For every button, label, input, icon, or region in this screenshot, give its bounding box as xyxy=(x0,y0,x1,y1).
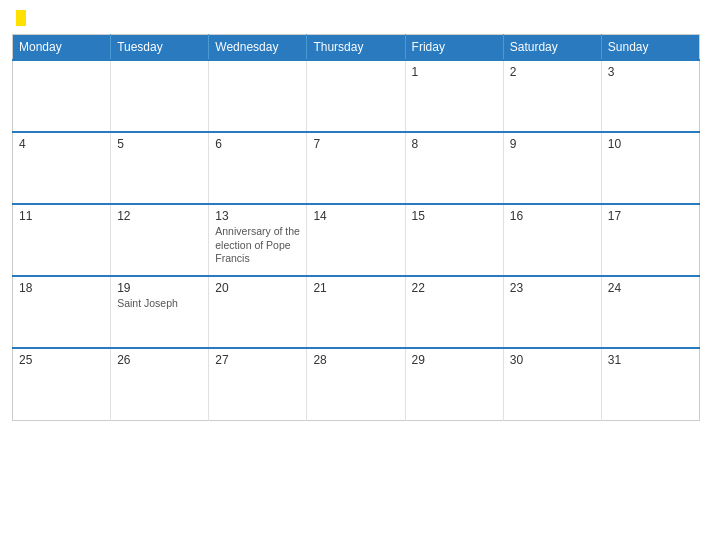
calendar-cell: 2 xyxy=(503,60,601,132)
calendar-cell: 13Anniversary of the election of Pope Fr… xyxy=(209,204,307,276)
calendar-body: 12345678910111213Anniversary of the elec… xyxy=(13,60,700,420)
day-number: 27 xyxy=(215,353,300,367)
day-number: 26 xyxy=(117,353,202,367)
day-number: 17 xyxy=(608,209,693,223)
calendar-page: MondayTuesdayWednesdayThursdayFridaySatu… xyxy=(0,0,712,550)
calendar-cell: 1 xyxy=(405,60,503,132)
weekday-header-sunday: Sunday xyxy=(601,35,699,61)
day-number: 16 xyxy=(510,209,595,223)
weekday-header-row: MondayTuesdayWednesdayThursdayFridaySatu… xyxy=(13,35,700,61)
calendar-cell: 19Saint Joseph xyxy=(111,276,209,348)
calendar-week-row: 111213Anniversary of the election of Pop… xyxy=(13,204,700,276)
page-header xyxy=(12,10,700,26)
day-number: 28 xyxy=(313,353,398,367)
calendar-cell: 5 xyxy=(111,132,209,204)
day-number: 8 xyxy=(412,137,497,151)
calendar-cell: 20 xyxy=(209,276,307,348)
day-number: 21 xyxy=(313,281,398,295)
calendar-cell: 11 xyxy=(13,204,111,276)
day-number: 18 xyxy=(19,281,104,295)
day-number: 9 xyxy=(510,137,595,151)
calendar-cell: 8 xyxy=(405,132,503,204)
day-number: 19 xyxy=(117,281,202,295)
event-text: Saint Joseph xyxy=(117,297,202,311)
calendar-cell: 25 xyxy=(13,348,111,420)
calendar-cell: 21 xyxy=(307,276,405,348)
calendar-cell xyxy=(209,60,307,132)
day-number: 4 xyxy=(19,137,104,151)
weekday-header-wednesday: Wednesday xyxy=(209,35,307,61)
calendar-cell: 24 xyxy=(601,276,699,348)
calendar-cell: 10 xyxy=(601,132,699,204)
day-number: 6 xyxy=(215,137,300,151)
day-number: 2 xyxy=(510,65,595,79)
calendar-cell: 18 xyxy=(13,276,111,348)
svg-rect-2 xyxy=(26,10,36,26)
calendar-cell: 12 xyxy=(111,204,209,276)
calendar-cell: 15 xyxy=(405,204,503,276)
calendar-cell: 29 xyxy=(405,348,503,420)
calendar-cell: 17 xyxy=(601,204,699,276)
calendar-cell: 4 xyxy=(13,132,111,204)
calendar-cell: 3 xyxy=(601,60,699,132)
day-number: 23 xyxy=(510,281,595,295)
day-number: 20 xyxy=(215,281,300,295)
day-number: 10 xyxy=(608,137,693,151)
day-number: 31 xyxy=(608,353,693,367)
day-number: 25 xyxy=(19,353,104,367)
day-number: 22 xyxy=(412,281,497,295)
logo xyxy=(12,10,36,26)
calendar-cell xyxy=(13,60,111,132)
calendar-cell: 23 xyxy=(503,276,601,348)
event-text: Anniversary of the election of Pope Fran… xyxy=(215,225,300,266)
day-number: 5 xyxy=(117,137,202,151)
weekday-header-friday: Friday xyxy=(405,35,503,61)
calendar-cell: 14 xyxy=(307,204,405,276)
weekday-header-tuesday: Tuesday xyxy=(111,35,209,61)
weekday-header-thursday: Thursday xyxy=(307,35,405,61)
calendar-cell xyxy=(111,60,209,132)
day-number: 14 xyxy=(313,209,398,223)
calendar-week-row: 45678910 xyxy=(13,132,700,204)
calendar-header: MondayTuesdayWednesdayThursdayFridaySatu… xyxy=(13,35,700,61)
day-number: 30 xyxy=(510,353,595,367)
weekday-header-saturday: Saturday xyxy=(503,35,601,61)
logo-flag-icon xyxy=(16,10,36,26)
weekday-header-monday: Monday xyxy=(13,35,111,61)
day-number: 11 xyxy=(19,209,104,223)
calendar-week-row: 123 xyxy=(13,60,700,132)
svg-rect-0 xyxy=(16,10,26,26)
calendar-week-row: 25262728293031 xyxy=(13,348,700,420)
day-number: 1 xyxy=(412,65,497,79)
calendar-cell xyxy=(307,60,405,132)
calendar-cell: 27 xyxy=(209,348,307,420)
calendar-cell: 31 xyxy=(601,348,699,420)
calendar-cell: 28 xyxy=(307,348,405,420)
day-number: 12 xyxy=(117,209,202,223)
day-number: 29 xyxy=(412,353,497,367)
calendar-cell: 9 xyxy=(503,132,601,204)
calendar-cell: 7 xyxy=(307,132,405,204)
calendar-cell: 6 xyxy=(209,132,307,204)
day-number: 24 xyxy=(608,281,693,295)
calendar-cell: 16 xyxy=(503,204,601,276)
day-number: 15 xyxy=(412,209,497,223)
calendar-cell: 22 xyxy=(405,276,503,348)
calendar-week-row: 1819Saint Joseph2021222324 xyxy=(13,276,700,348)
day-number: 13 xyxy=(215,209,300,223)
day-number: 3 xyxy=(608,65,693,79)
calendar-table: MondayTuesdayWednesdayThursdayFridaySatu… xyxy=(12,34,700,421)
calendar-cell: 30 xyxy=(503,348,601,420)
calendar-cell: 26 xyxy=(111,348,209,420)
day-number: 7 xyxy=(313,137,398,151)
